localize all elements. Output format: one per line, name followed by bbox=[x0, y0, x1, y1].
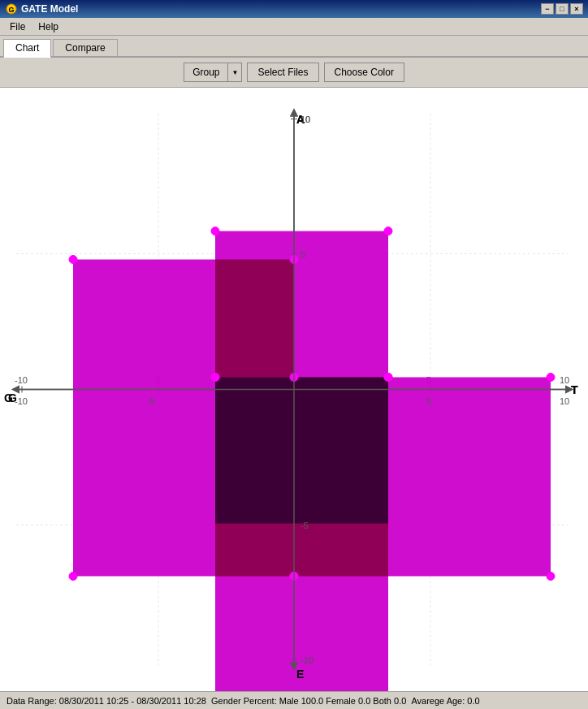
title-bar: G GATE Model − □ × bbox=[0, 0, 588, 18]
control-point bbox=[547, 374, 555, 382]
tick-10-h-right: 10 bbox=[560, 375, 569, 385]
menu-bar: File Help bbox=[0, 18, 588, 36]
window-controls: − □ × bbox=[541, 3, 583, 15]
svg-text:-5: -5 bbox=[300, 521, 309, 530]
gender-text: Gender Percent: Male 100.0 Female 0.0 Bo… bbox=[211, 696, 406, 706]
group-button[interactable]: Group bbox=[184, 63, 227, 82]
svg-text:-10: -10 bbox=[300, 655, 313, 665]
menu-file[interactable]: File bbox=[3, 19, 32, 34]
status-bar: Data Range: 08/30/2011 10:25 - 08/30/201… bbox=[0, 691, 588, 709]
close-button[interactable]: × bbox=[570, 3, 583, 15]
tick-neg10-h: -10 bbox=[15, 375, 28, 385]
chart-area: A T G E -5 5 -10 10 5 -5 10 -10 bbox=[0, 88, 588, 691]
tab-compare[interactable]: Compare bbox=[53, 39, 117, 56]
svg-text:10: 10 bbox=[300, 115, 310, 124]
data-range-text: Data Range: 08/30/2011 10:25 - 08/30/201… bbox=[6, 696, 206, 706]
choose-color-button[interactable]: Choose Color bbox=[324, 63, 404, 82]
tab-bar: Chart Compare bbox=[0, 36, 588, 58]
control-point bbox=[547, 573, 555, 581]
svg-text:10: 10 bbox=[560, 396, 569, 406]
control-point bbox=[211, 227, 219, 236]
svg-text:5: 5 bbox=[300, 249, 305, 259]
select-files-button[interactable]: Select Files bbox=[247, 63, 318, 82]
svg-text:T: T bbox=[571, 383, 578, 396]
control-point bbox=[69, 573, 77, 581]
chart-svg: A T G E -5 5 -10 10 5 -5 10 -10 bbox=[0, 88, 588, 691]
age-text: Avarege Age: 0.0 bbox=[411, 696, 479, 706]
app-icon: G bbox=[5, 2, 18, 15]
control-point bbox=[69, 256, 77, 264]
menu-help[interactable]: Help bbox=[32, 19, 65, 34]
svg-text:-10: -10 bbox=[15, 396, 28, 406]
toolbar: Group ▼ Select Files Choose Color bbox=[0, 58, 588, 88]
svg-text:-5: -5 bbox=[147, 396, 155, 406]
group-dropdown-button[interactable]: ▼ bbox=[227, 63, 242, 82]
window-title: GATE Model bbox=[21, 3, 541, 15]
svg-text:G: G bbox=[4, 391, 13, 404]
overlap-top-left bbox=[215, 260, 294, 378]
minimize-button[interactable]: − bbox=[541, 3, 554, 15]
svg-text:G: G bbox=[8, 6, 14, 14]
control-point bbox=[211, 374, 219, 382]
overlap-center-all bbox=[215, 378, 388, 524]
svg-text:E: E bbox=[296, 668, 304, 681]
tab-chart[interactable]: Chart bbox=[3, 39, 51, 58]
control-point bbox=[384, 227, 392, 236]
control-point bbox=[384, 374, 392, 382]
svg-text:5: 5 bbox=[426, 396, 431, 406]
group-button-container: Group ▼ bbox=[184, 63, 242, 82]
maximize-button[interactable]: □ bbox=[556, 3, 569, 15]
